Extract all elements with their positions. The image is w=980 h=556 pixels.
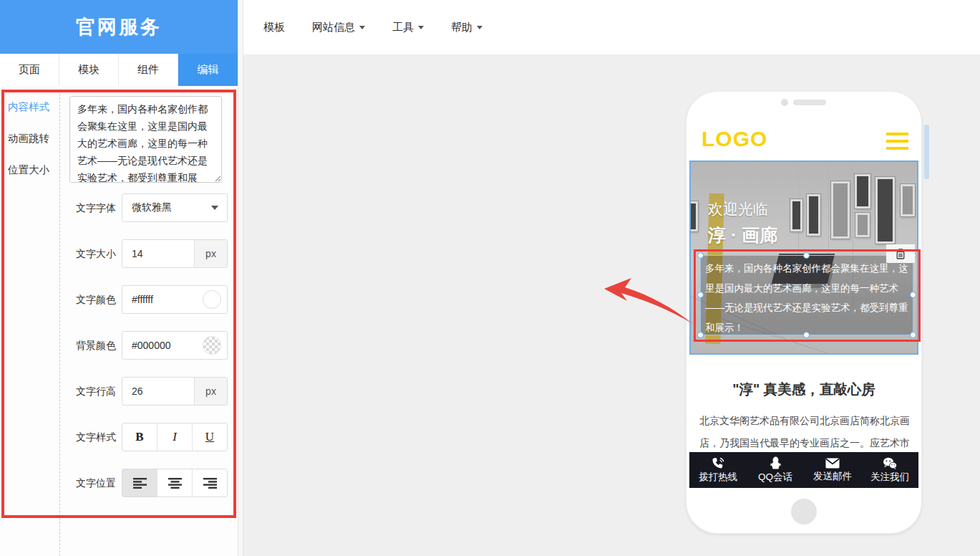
- chevron-down-icon: [477, 26, 482, 29]
- font-size-label: 文字大小: [76, 239, 122, 268]
- resize-handle-top-left[interactable]: [697, 252, 704, 259]
- text-color-swatch[interactable]: [203, 290, 221, 309]
- sidebar-tabs: 页面 模块 组件 编辑: [0, 54, 238, 86]
- line-height-label: 文字行高: [76, 377, 122, 406]
- resize-handle-bottom-left[interactable]: [697, 332, 704, 338]
- tab-module[interactable]: 模块: [59, 54, 119, 86]
- preview-scrollbar[interactable]: [924, 125, 929, 179]
- bg-color-value: #000000: [122, 340, 203, 351]
- hero-welcome-text: 欢迎光临: [708, 199, 768, 219]
- phone-icon: [712, 457, 725, 469]
- subnav-animation-jump[interactable]: 动画跳转: [8, 132, 49, 145]
- text-align-label: 文字位置: [76, 469, 122, 497]
- hero-paragraph-text: 多年来，国内各种名家创作都会聚集在这里，这里是国内最大的艺术画廊，这里的每一种艺…: [701, 256, 913, 337]
- mail-icon: [825, 458, 840, 469]
- panel-divider: [59, 90, 60, 556]
- send-mail-label: 发送邮件: [813, 470, 852, 483]
- nav-template[interactable]: 模板: [263, 21, 285, 34]
- text-style-buttons: B I U: [122, 423, 228, 451]
- underline-button[interactable]: U: [193, 423, 227, 451]
- send-mail-button[interactable]: 发送邮件: [804, 452, 861, 488]
- delete-block-button[interactable]: [886, 244, 915, 263]
- phone-home-button[interactable]: [791, 499, 817, 524]
- tab-page[interactable]: 页面: [0, 54, 59, 86]
- line-height-input[interactable]: 26 px: [122, 377, 228, 406]
- hero-title-text: 淳 · 画廊: [708, 224, 777, 247]
- selected-text-block[interactable]: 多年来，国内各种名家创作都会聚集在这里，这里是国内最大的艺术画廊，这里的每一种艺…: [700, 255, 913, 335]
- nav-site-info-label: 网站信息: [312, 21, 355, 34]
- tab-edit[interactable]: 编辑: [178, 54, 238, 86]
- hamburger-menu-icon[interactable]: [886, 133, 908, 154]
- align-left-button[interactable]: [122, 469, 157, 497]
- section-heading: "淳" 真美感，直敲心房: [686, 380, 922, 399]
- trash-icon: [896, 249, 906, 259]
- site-logo[interactable]: LOGO: [702, 127, 767, 151]
- sidebar-scrollbar[interactable]: [238, 0, 243, 556]
- line-height-unit: px: [194, 378, 227, 405]
- align-right-button[interactable]: [193, 469, 227, 497]
- subnav-position-size[interactable]: 位置大小: [8, 163, 49, 177]
- phone-camera-dot: [781, 99, 788, 106]
- call-hotline-label: 拨打热线: [699, 471, 737, 484]
- app-title: 官网服务: [76, 14, 162, 40]
- chevron-down-icon: [211, 206, 218, 210]
- resize-handle-bottom-right[interactable]: [910, 332, 916, 338]
- italic-button[interactable]: I: [157, 423, 193, 451]
- text-color-value: #ffffff: [122, 294, 203, 305]
- qq-chat-button[interactable]: QQ会话: [747, 452, 804, 488]
- follow-us-button[interactable]: 关注我们: [861, 452, 918, 488]
- font-family-select[interactable]: 微软雅黑: [122, 193, 228, 222]
- nav-help[interactable]: 帮助: [451, 21, 482, 34]
- align-left-icon: [133, 478, 147, 489]
- font-family-label: 文字字体: [76, 193, 122, 222]
- qq-icon: [770, 456, 782, 469]
- nav-template-label: 模板: [263, 21, 285, 34]
- phone-speaker-bar: [793, 100, 826, 105]
- font-size-value: 14: [122, 248, 194, 259]
- sidebar-header: 官网服务: [0, 0, 238, 54]
- nav-tools-label: 工具: [392, 21, 414, 34]
- sidebar: 官网服务 页面 模块 组件 编辑 内容样式 动画跳转 位置大小 多年来，国内各种…: [0, 0, 238, 556]
- nav-tools[interactable]: 工具: [392, 21, 424, 34]
- text-align-buttons: [122, 469, 228, 497]
- align-right-icon: [203, 478, 217, 489]
- phone-action-bar: 拨打热线 QQ会话 发送邮件: [689, 452, 918, 488]
- bg-color-swatch[interactable]: [203, 336, 221, 355]
- follow-us-label: 关注我们: [870, 471, 909, 484]
- call-hotline-button[interactable]: 拨打热线: [689, 452, 747, 488]
- topbar: 模板 网站信息 工具 帮助: [243, 0, 980, 55]
- resize-handle-top-center[interactable]: [803, 252, 810, 259]
- bg-color-label: 背景颜色: [76, 331, 122, 360]
- tab-component[interactable]: 组件: [119, 54, 178, 86]
- font-size-input[interactable]: 14 px: [122, 239, 228, 268]
- chevron-down-icon: [418, 26, 424, 29]
- resize-handle-middle-left[interactable]: [697, 292, 704, 298]
- font-family-value: 微软雅黑: [122, 201, 211, 214]
- nav-help-label: 帮助: [451, 21, 472, 34]
- wechat-icon: [883, 457, 897, 469]
- subnav-content-style[interactable]: 内容样式: [8, 100, 49, 114]
- website-builder-app: 官网服务 页面 模块 组件 编辑 内容样式 动画跳转 位置大小 多年来，国内各种…: [0, 0, 980, 556]
- content-text-input[interactable]: 多年来，国内各种名家创作都会聚集在这里，这里是国内最大的艺术画廊，这里的每一种艺…: [69, 96, 222, 183]
- top-navigation: 模板 网站信息 工具 帮助: [263, 0, 482, 55]
- font-size-unit: px: [194, 240, 227, 267]
- nav-site-info[interactable]: 网站信息: [312, 21, 365, 34]
- resize-handle-middle-right[interactable]: [910, 292, 916, 298]
- text-color-label: 文字颜色: [76, 285, 122, 314]
- align-center-icon: [168, 478, 182, 489]
- qq-chat-label: QQ会话: [758, 471, 792, 484]
- chevron-down-icon: [359, 26, 365, 29]
- line-height-value: 26: [122, 385, 194, 397]
- align-center-button[interactable]: [157, 469, 193, 497]
- text-style-label: 文字样式: [76, 423, 122, 451]
- bold-button[interactable]: B: [122, 423, 157, 451]
- text-color-input[interactable]: #ffffff: [122, 285, 228, 314]
- bg-color-input[interactable]: #000000: [122, 331, 228, 360]
- resize-handle-bottom-center[interactable]: [803, 332, 810, 338]
